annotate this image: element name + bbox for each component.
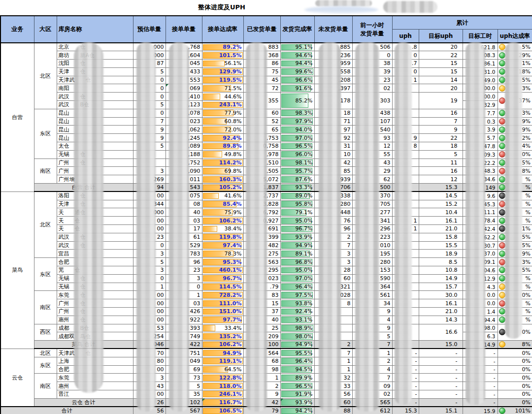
srate-value: 93.1% bbox=[296, 316, 313, 324]
uph-rate-value: 0% bbox=[522, 329, 531, 335]
cell-target-uph: 15.2 bbox=[419, 200, 463, 208]
srate-value: 98.9% bbox=[296, 324, 313, 332]
srate-value: 98.1% bbox=[296, 159, 313, 167]
cell-target-uph: 10.4 bbox=[419, 208, 463, 217]
cell-ship-rate: 94.9% bbox=[280, 341, 314, 349]
cell-uph-rate: 0% bbox=[498, 390, 532, 398]
business-group-label: 自营 bbox=[0, 43, 34, 191]
uph-rate-value: 0% bbox=[522, 292, 531, 298]
arate-value: 460.1% bbox=[219, 266, 242, 274]
uph-rate-value: 3% bbox=[522, 110, 531, 116]
cell-accept-rate: 75.9% bbox=[202, 208, 243, 217]
redaction-blur bbox=[304, 6, 378, 13]
cell-accept-rate: 56.1% bbox=[202, 60, 243, 68]
arate-value: 246.1% bbox=[219, 390, 242, 398]
uph-rate-wrap: 0% bbox=[499, 375, 531, 381]
red-circle-icon bbox=[499, 201, 505, 207]
cell-target-uph: 18 bbox=[419, 142, 463, 151]
uph-rate-value: 0% bbox=[522, 375, 531, 381]
cell-accept-rate: 106.5% bbox=[202, 407, 243, 414]
cell-uph-rate: 0% bbox=[498, 382, 532, 390]
arate-value: 122.8% bbox=[219, 374, 242, 382]
cell-ship-rate: 98.1% bbox=[280, 159, 314, 167]
srate-value: 94.9% bbox=[296, 242, 313, 250]
red-circle-icon bbox=[499, 118, 505, 125]
uph-rate-value: 0% bbox=[522, 391, 531, 397]
cell-ship-rate: 98.0% bbox=[280, 332, 314, 341]
green-circle-icon bbox=[499, 218, 505, 224]
black-circle-icon bbox=[499, 192, 505, 199]
cell-ship-rate: 95.7% bbox=[280, 167, 314, 175]
srate-value: 91.9% bbox=[296, 390, 313, 398]
arate-value: 119.8% bbox=[219, 233, 242, 241]
cell-accept-rate: 105.2% bbox=[202, 184, 243, 192]
cell-target-uph: 15.7 bbox=[419, 283, 463, 291]
green-circle-icon bbox=[499, 408, 505, 414]
arate-value: 106.5% bbox=[219, 407, 242, 414]
cell-accept-rate: 85.4% bbox=[202, 200, 243, 208]
arate-value: 44.6% bbox=[225, 93, 242, 100]
cell-target-uph: 8.5 bbox=[419, 258, 463, 266]
uph-rate-wrap: 0% bbox=[499, 383, 531, 389]
green-circle-icon bbox=[499, 275, 505, 282]
srate-value: 94.2% bbox=[296, 407, 313, 414]
srate-value: 97.0% bbox=[296, 134, 313, 142]
arate-value: 49.8% bbox=[225, 151, 242, 159]
cell-accept-rate: 89.2% bbox=[202, 43, 243, 51]
cell-ship-rate: 95.1% bbox=[280, 43, 314, 51]
cell-target-uph: 14.3 bbox=[419, 316, 463, 324]
cell-target-uph: 7 bbox=[419, 117, 463, 126]
cell-accept-rate: 97.7% bbox=[202, 316, 243, 324]
cell-ship-rate: 94.9% bbox=[280, 241, 314, 250]
redaction-blur bbox=[505, 42, 522, 339]
uph-rate-value: 0% bbox=[522, 350, 531, 356]
business-group-label: 云仓 bbox=[0, 349, 34, 407]
cell-ship-rate: 89.0% bbox=[280, 191, 314, 200]
cell-uph-rate: 101% bbox=[498, 407, 532, 414]
cell-target-uph: 19 bbox=[419, 93, 463, 109]
cell-ship-rate: 99.6% bbox=[280, 67, 314, 76]
cell-accept-rate: 44.6% bbox=[202, 93, 243, 101]
srate-value: 96.7% bbox=[296, 225, 313, 233]
yellow-circle-icon bbox=[499, 292, 505, 298]
redaction-blur bbox=[355, 42, 379, 412]
cell-target-uph: 15 bbox=[419, 67, 463, 76]
srate-value: 98.3% bbox=[296, 109, 313, 117]
col-unshipped: 未发货单量 bbox=[314, 16, 352, 43]
uph-rate-value: 0% bbox=[522, 366, 531, 373]
green-circle-icon bbox=[499, 308, 505, 315]
arate-value: 38.4% bbox=[225, 225, 242, 233]
cell-uph-rate: 0% bbox=[498, 357, 532, 365]
cell-accept-rate: 60.8% bbox=[202, 117, 243, 126]
cell-target-uph: - bbox=[419, 382, 463, 390]
srate-value: 96.5% bbox=[296, 382, 313, 390]
cell-accept-rate: 92.4% bbox=[202, 134, 243, 142]
arate-value: 94.9% bbox=[223, 349, 241, 356]
cell-ship-rate: 95.0% bbox=[280, 266, 314, 275]
col-uph: uph bbox=[392, 30, 419, 43]
arate-value: 114.5% bbox=[219, 283, 242, 291]
green-circle-icon bbox=[499, 127, 505, 133]
region-group-label: 北区 bbox=[34, 191, 57, 257]
uph-rate-value: % bbox=[526, 218, 531, 224]
cell-target-uph: 16 bbox=[419, 167, 463, 175]
region-group-label: 南区 bbox=[34, 159, 57, 183]
srate-value: 91.6% bbox=[296, 84, 313, 92]
yellow-circle-icon bbox=[499, 284, 505, 290]
srate-value: 93.3% bbox=[296, 184, 313, 191]
green-circle-icon bbox=[499, 267, 505, 273]
arate-value: 89.2% bbox=[223, 43, 241, 51]
green-circle-icon bbox=[499, 110, 505, 116]
region-group-label: 西区 bbox=[34, 324, 57, 341]
arate-value: 243.1% bbox=[219, 101, 242, 109]
cell-ship-rate: 93.9% bbox=[280, 233, 314, 241]
uph-rate-wrap: 0% bbox=[499, 399, 531, 406]
arate-value: 97.7% bbox=[223, 316, 241, 324]
uph-rate-wrap: 8% bbox=[499, 341, 531, 348]
cell-target-uph: 21.0 bbox=[419, 308, 463, 316]
arate-value: 160.3% bbox=[219, 175, 242, 183]
cell-accept-rate: 96.7% bbox=[202, 274, 243, 283]
uph-rate-value: 3% bbox=[522, 85, 531, 92]
uph-rate-value: % bbox=[526, 201, 531, 207]
cell-accept-rate: 119.8% bbox=[202, 233, 243, 241]
